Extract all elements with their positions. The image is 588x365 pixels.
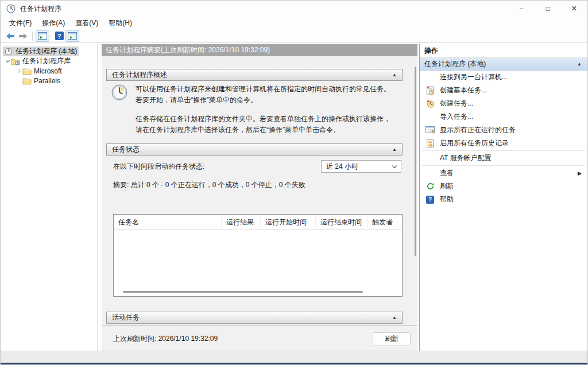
task-history-icon: [425, 139, 435, 148]
collapse-icon[interactable]: ▲: [392, 147, 397, 152]
action-label: 启用所有任务历史记录: [440, 138, 509, 148]
actions-group-header[interactable]: 任务计划程序 (本地) ▲: [420, 58, 587, 71]
action-refresh[interactable]: 刷新: [420, 180, 587, 193]
tree-item-root[interactable]: 任务计划程序 (本地): [1, 46, 98, 56]
menu-help[interactable]: 帮助(H): [103, 17, 137, 29]
toolbar: ?: [1, 29, 587, 43]
action-label: 查看: [440, 168, 454, 178]
action-connect-remote[interactable]: 连接到另一台计算机...: [420, 71, 587, 84]
collapse-icon[interactable]: ▲: [392, 315, 397, 320]
refresh-button[interactable]: 刷新: [373, 332, 411, 346]
task-status-table: 任务名 运行结果 运行开始时间 运行结束时间 触发者: [113, 214, 403, 297]
blank-icon: [425, 169, 435, 178]
strip-divider: [374, 354, 374, 361]
center-vertical-scrollbar[interactable]: [415, 67, 416, 256]
tree-item-label: Microsoft: [34, 67, 62, 75]
table-header-row: 任务名 运行结果 运行开始时间 运行结束时间 触发者: [114, 215, 402, 230]
action-label: 创建任务...: [440, 99, 473, 108]
period-dropdown-value: 近 24 小时: [326, 162, 358, 172]
status-summary-text: 摘要: 总计 0 个 - 0 个正在运行，0 个成功，0 个停止，0 个失败: [113, 180, 305, 190]
column-header-run-start[interactable]: 运行开始时间: [261, 217, 316, 227]
menu-action[interactable]: 操作(A): [37, 17, 70, 29]
tree-item-parallels[interactable]: Parallels: [1, 76, 98, 86]
status-strip: [1, 351, 587, 364]
help-icon: ?: [425, 195, 435, 204]
overview-section-title: 任务计划程序概述: [112, 70, 167, 80]
show-console-tree-button[interactable]: [36, 30, 49, 42]
action-label: 帮助: [440, 195, 454, 204]
overview-paragraph-1: 可以使用任务计划程序来创建和管理计算机将在所指定的时间自动执行的常见任务。若要开…: [136, 84, 394, 106]
task-scheduler-clock-icon: [6, 4, 16, 13]
overview-body: 可以使用任务计划程序来创建和管理计算机将在所指定的时间自动执行的常见任务。若要开…: [111, 84, 394, 143]
overview-section-header[interactable]: 任务计划程序概述 ▲: [106, 69, 403, 81]
tree-selection-highlight: 任务计划程序 (本地): [3, 46, 79, 56]
tree-item-microsoft[interactable]: Microsoft: [1, 66, 98, 76]
tree-item-label: 任务计划程序库: [22, 56, 71, 66]
create-task-icon: [425, 99, 435, 108]
toolbar-separator: [32, 32, 33, 41]
actions-panel: 操作 任务计划程序 (本地) ▲ 连接到另一台计算机... 创建基本任务...: [419, 44, 587, 351]
close-button[interactable]: ×: [561, 1, 587, 17]
menu-view[interactable]: 查看(V): [70, 17, 103, 29]
action-at-service-account[interactable]: AT 服务帐户配置: [420, 152, 587, 165]
clock-icon: [4, 48, 13, 56]
action-label: 导入任务...: [440, 112, 473, 122]
blank-icon: [425, 112, 435, 122]
console-tree-icon: [38, 32, 47, 40]
column-header-run-end[interactable]: 运行结束时间: [316, 217, 368, 227]
table-horizontal-scrollbar[interactable]: [123, 291, 363, 293]
refresh-button-label: 刷新: [385, 334, 399, 344]
last-refresh-text: 上次刷新时间: 2026/1/10 19:32:09: [113, 334, 218, 344]
column-header-run-result[interactable]: 运行结果: [222, 217, 261, 227]
action-import-task[interactable]: 导入任务...: [420, 110, 587, 123]
chevron-expanded-icon[interactable]: [4, 58, 11, 65]
blank-icon: [425, 73, 435, 82]
submenu-arrow-icon: ▶: [578, 170, 582, 176]
action-help[interactable]: ? 帮助: [420, 193, 587, 206]
action-enable-history[interactable]: 启用所有任务历史记录: [420, 137, 587, 150]
strip-divider: [586, 354, 587, 361]
action-label: 创建基本任务...: [440, 86, 487, 95]
overview-paragraph-2: 任务存储在任务计划程序库的文件夹中。若要查看单独任务上的操作或执行该操作，请在任…: [136, 114, 394, 135]
action-label: 显示所有正在运行的任务: [440, 125, 516, 135]
show-action-pane-button[interactable]: [65, 30, 79, 42]
action-label: 刷新: [440, 181, 454, 191]
action-label: AT 服务帐户配置: [440, 153, 492, 163]
active-tasks-section-title: 活动任务: [112, 313, 140, 323]
summary-content: 任务计划程序概述 ▲ 可以使用任务计划程序来创建和管理计算机将在所指定的时间自动…: [102, 56, 417, 325]
menu-bar: 文件(F) 操作(A) 查看(V) 帮助(H): [1, 17, 587, 29]
column-header-triggered-by[interactable]: 触发者: [368, 217, 402, 227]
refresh-icon: [425, 182, 435, 191]
overview-text: 可以使用任务计划程序来创建和管理计算机将在所指定的时间自动执行的常见任务。若要开…: [136, 84, 394, 143]
tree-item-label: Parallels: [34, 77, 60, 85]
summary-header-text: 任务计划程序摘要(上次刷新时间: 2026/1/10 19:32:09): [106, 45, 270, 55]
summary-header-bar: 任务计划程序摘要(上次刷新时间: 2026/1/10 19:32:09): [102, 44, 417, 56]
center-footer: 上次刷新时间: 2026/1/10 19:32:09 刷新: [102, 325, 417, 352]
minimize-button[interactable]: –: [508, 1, 535, 17]
active-tasks-section-header[interactable]: 活动任务 ▲: [106, 312, 403, 324]
forward-button[interactable]: [17, 30, 29, 42]
action-show-running-tasks[interactable]: 显示所有正在运行的任务: [420, 123, 587, 137]
forward-arrow-icon: [18, 33, 28, 40]
back-button[interactable]: [4, 30, 17, 42]
actions-separator: [422, 150, 585, 151]
task-scheduler-window: 任务计划程序 – □ × 文件(F) 操作(A) 查看(V) 帮助(H): [0, 0, 588, 365]
help-button[interactable]: ?: [53, 30, 65, 42]
task-status-section-header[interactable]: 任务状态 ▲: [106, 143, 403, 156]
collapse-icon[interactable]: ▲: [577, 61, 582, 67]
action-create-task[interactable]: 创建任务...: [420, 97, 587, 110]
collapse-icon[interactable]: ▲: [392, 72, 397, 77]
column-header-task-name[interactable]: 任务名: [114, 217, 222, 227]
menu-file[interactable]: 文件(F): [4, 17, 37, 29]
actions-panel-title: 操作: [420, 44, 587, 58]
overview-clock-icon: [111, 84, 128, 101]
library-folder-clock-icon: [11, 57, 20, 65]
blank-icon: [425, 154, 435, 163]
action-view[interactable]: 查看 ▶: [420, 166, 587, 180]
period-dropdown[interactable]: 近 24 小时: [321, 160, 401, 173]
chevron-down-icon: [392, 163, 397, 168]
tree-item-library[interactable]: 任务计划程序库: [1, 56, 98, 66]
maximize-button[interactable]: □: [535, 1, 561, 17]
chevron-collapsed-icon[interactable]: [16, 68, 22, 75]
action-create-basic-task[interactable]: 创建基本任务...: [420, 84, 587, 97]
